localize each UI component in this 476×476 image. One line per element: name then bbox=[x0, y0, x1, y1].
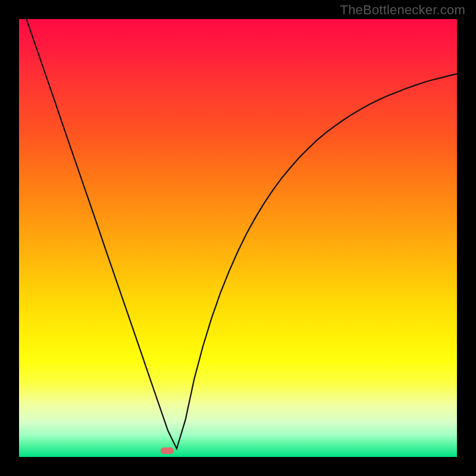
minimum-marker bbox=[161, 447, 174, 454]
chart-frame: TheBottlenecker.com bbox=[0, 0, 476, 476]
bottleneck-curve bbox=[19, 19, 457, 457]
watermark-text: TheBottlenecker.com bbox=[340, 2, 465, 18]
plot-area bbox=[19, 19, 457, 457]
